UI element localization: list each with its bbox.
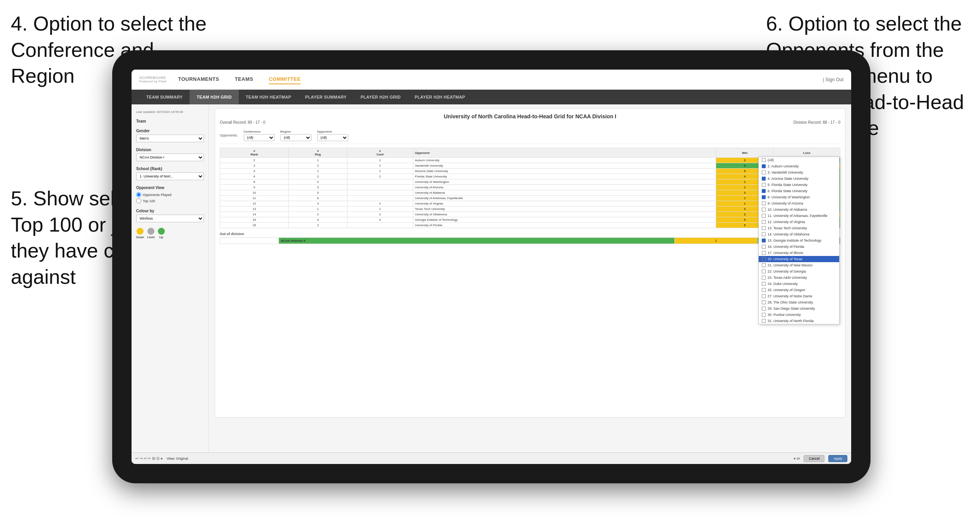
- dropdown-checkbox: [762, 226, 766, 230]
- cancel-button[interactable]: Cancel: [804, 455, 824, 462]
- sub-nav-team-h2h-heatmap[interactable]: TEAM H2H HEATMAP: [239, 90, 298, 104]
- dropdown-item-label: 5. Florida State University: [768, 183, 807, 187]
- dropdown-item[interactable]: 10. University of Alabama: [759, 206, 839, 213]
- dropdown-item[interactable]: (All): [759, 157, 839, 163]
- opponent-view-radio-group: Opponents Played Top 100: [136, 192, 204, 203]
- opponents-played-radio[interactable]: Opponents Played: [136, 192, 204, 197]
- dropdown-item[interactable]: 17. University of Illinois: [759, 250, 839, 256]
- region-select[interactable]: (All): [280, 134, 311, 141]
- opponent-select[interactable]: (All): [317, 134, 348, 141]
- dropdown-checkbox: [762, 239, 766, 242]
- sidebar-colour-by-section: Colour by Win/loss: [136, 209, 204, 222]
- dropdown-item[interactable]: 2. Auburn University: [759, 163, 839, 169]
- dropdown-checkbox: [762, 232, 766, 236]
- dropdown-item[interactable]: 12. University of Virginia: [759, 219, 839, 225]
- nav-teams[interactable]: TEAMS: [235, 75, 253, 84]
- dropdown-checkbox: [762, 319, 766, 323]
- dropdown-checkbox: [762, 201, 766, 205]
- dropdown-checkbox: [762, 263, 766, 267]
- sidebar-division-section: Division NCAA Division I: [136, 148, 204, 161]
- color-legend: Down Level Up: [136, 228, 204, 239]
- opponent-dropdown-overlay[interactable]: (All)2. Auburn University3. Vanderbilt U…: [758, 157, 840, 324]
- bottom-toolbar: ↩ ↪ ↩ ✂ ⊞ ⊟ ● View: Original ● W Cancel …: [132, 452, 851, 464]
- dropdown-item[interactable]: 11. University of Arkansas, Fayetteville: [759, 213, 839, 219]
- table-row: 4 1 1 Arizona State University 5 1: [220, 169, 840, 174]
- gender-select[interactable]: Men's: [136, 135, 204, 142]
- tablet-frame: SCOREBOARD Powered by Plaid TOURNAMENTS …: [112, 50, 871, 483]
- school-select[interactable]: 1. University of Nort...: [136, 172, 204, 180]
- table-row: 14 2 2 University of Oklahoma 2 2: [220, 212, 840, 217]
- dropdown-item-label: 21. University of New Mexico: [768, 263, 812, 267]
- sub-nav-team-summary[interactable]: TEAM SUMMARY: [139, 90, 190, 104]
- dropdown-item[interactable]: 29. San Diego State University: [759, 305, 839, 312]
- top-100-radio[interactable]: Top 100: [136, 198, 204, 203]
- dropdown-item-label: 11. University of Arkansas, Fayetteville: [768, 214, 828, 218]
- dropdown-item[interactable]: 16. University of Florida: [759, 244, 839, 250]
- sub-nav-player-summary[interactable]: PLAYER SUMMARY: [298, 90, 354, 104]
- h2h-header: University of North Carolina Head-to-Hea…: [220, 113, 840, 125]
- dropdown-item-label: 3. Vanderbilt University: [768, 171, 803, 174]
- dropdown-item[interactable]: 23. Texas A&M University: [759, 275, 839, 281]
- main-content: Last Updated: 4/27/2024 16:55:38 Team Ge…: [132, 104, 851, 452]
- sub-nav-player-h2h-grid[interactable]: PLAYER H2H GRID: [354, 90, 408, 104]
- dropdown-checkbox: [762, 300, 766, 304]
- right-panel: University of North Carolina Head-to-Hea…: [209, 104, 851, 452]
- toolbar-icons: ↩ ↪ ↩ ✂ ⊞ ⊟ ●: [135, 456, 163, 460]
- dropdown-item[interactable]: 30. Purdue University: [759, 312, 839, 318]
- dropdown-checkbox: [762, 183, 766, 187]
- col-rank: #Rank: [220, 148, 289, 158]
- dropdown-item[interactable]: 8. University of Washington: [759, 194, 839, 200]
- dropdown-item[interactable]: 21. University of New Mexico: [759, 262, 839, 268]
- dropdown-item[interactable]: 25. University of Oregon: [759, 287, 839, 293]
- apply-button[interactable]: Apply: [828, 455, 847, 462]
- filter-row: Opponents: Conference (All) Region (: [220, 128, 840, 144]
- dropdown-item[interactable]: 15. Georgia Institute of Technology: [759, 237, 839, 244]
- col-opponent: Opponent: [413, 148, 716, 158]
- dropdown-item-label: 13. Texas Tech University: [768, 226, 807, 230]
- nav-tournaments[interactable]: TOURNAMENTS: [178, 75, 219, 84]
- dropdown-item-label: 29. San Diego State University: [768, 307, 815, 310]
- dropdown-item[interactable]: 20. University of Texas: [759, 256, 839, 262]
- sign-out-button[interactable]: | Sign Out: [823, 77, 843, 82]
- dropdown-item-label: 14. University of Oklahoma: [768, 232, 809, 236]
- dropdown-item-label: 20. University of Texas: [768, 257, 802, 261]
- sub-nav-team-h2h-grid[interactable]: TEAM H2H GRID: [190, 90, 239, 104]
- dropdown-item[interactable]: 31. University of North Florida: [759, 318, 839, 324]
- conference-select[interactable]: (All): [244, 134, 275, 141]
- level-dot: [147, 228, 154, 235]
- legend-down: Down: [136, 228, 144, 239]
- table-row: 3 2 2 Vanderbilt University 0 4: [220, 163, 840, 169]
- sidebar: Last Updated: 4/27/2024 16:55:38 Team Ge…: [132, 104, 209, 452]
- dropdown-item[interactable]: 14. University of Oklahoma: [759, 231, 839, 237]
- out-of-division-section: Out of division NCAA Division II 1 0: [220, 232, 840, 244]
- table-row: 13 1 1 Texas Tech University 3 0: [220, 206, 840, 212]
- dropdown-item[interactable]: 27. University of Notre Dame: [759, 293, 839, 299]
- col-win: Win: [716, 148, 774, 158]
- dropdown-item[interactable]: 22. University of Georgia: [759, 268, 839, 275]
- dropdown-item[interactable]: 13. Texas Tech University: [759, 225, 839, 231]
- col-reg: #Reg: [289, 148, 347, 158]
- colour-by-select[interactable]: Win/loss: [136, 215, 204, 222]
- down-dot: [137, 228, 144, 235]
- h2h-table: #Rank #Reg #Conf Opponent Win Loss 2: [220, 148, 840, 228]
- dropdown-item[interactable]: 28. The Ohio State University: [759, 299, 839, 305]
- sub-nav-player-h2h-heatmap[interactable]: PLAYER H2H HEATMAP: [408, 90, 472, 104]
- dropdown-item[interactable]: 6. Florida State University: [759, 188, 839, 194]
- out-of-division-table: NCAA Division II 1 0: [220, 237, 840, 244]
- dropdown-item[interactable]: 4. Arizona State University: [759, 176, 839, 182]
- dropdown-item[interactable]: 5. Florida State University: [759, 182, 839, 188]
- dropdown-item[interactable]: 24. Duke University: [759, 281, 839, 287]
- col-conf: #Conf: [347, 148, 413, 158]
- dropdown-checkbox: [762, 276, 766, 280]
- division-select[interactable]: NCAA Division I: [136, 153, 204, 161]
- dropdown-item[interactable]: 3. Vanderbilt University: [759, 169, 839, 176]
- sidebar-last-updated: Last Updated: 4/27/2024 16:55:38: [136, 110, 204, 114]
- dropdown-item-label: 28. The Ohio State University: [768, 300, 813, 304]
- opponents-label: Opponents:: [220, 133, 238, 137]
- conference-filter: Conference (All): [244, 130, 275, 141]
- dropdown-item-label: 17. University of Illinois: [768, 251, 803, 255]
- dropdown-item-label: 9. University of Arizona: [768, 201, 803, 205]
- nav-committee[interactable]: COMMITTEE: [269, 75, 301, 84]
- dropdown-item[interactable]: 9. University of Arizona: [759, 200, 839, 206]
- dropdown-item-label: 27. University of Notre Dame: [768, 294, 812, 298]
